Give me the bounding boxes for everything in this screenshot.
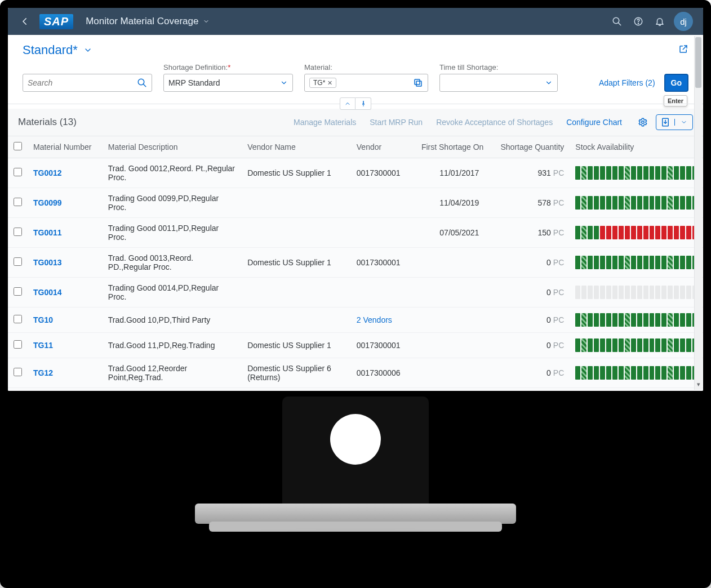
share-button[interactable]: [678, 44, 688, 56]
material-number-link[interactable]: TG0013: [33, 258, 62, 267]
table-row[interactable]: TG0013Trad. Good 0013,Reord. PD.,Regular…: [8, 248, 703, 278]
app-title-dropdown[interactable]: Monitor Material Coverage: [86, 16, 210, 27]
table-row[interactable]: TG11Trad.Good 11,PD,Reg.TradingDomestic …: [8, 333, 703, 358]
material-number-link[interactable]: TG0014: [33, 288, 62, 297]
col-vendor[interactable]: Vendor: [351, 136, 410, 158]
material-number-link[interactable]: TG10: [33, 315, 53, 324]
search-button[interactable]: [606, 11, 628, 32]
row-checkbox[interactable]: [14, 198, 22, 206]
material-number-link[interactable]: TG0012: [33, 168, 62, 177]
export-icon[interactable]: [656, 117, 674, 127]
table-row[interactable]: TG12Trad.Good 12,Reorder Point,Reg.Trad.…: [8, 358, 703, 388]
vendor-id: 0017300001: [351, 158, 410, 188]
monitor-stand-hole: [330, 414, 381, 465]
bell-icon: [655, 16, 665, 26]
stock-availability-chart: [570, 218, 703, 248]
table-title: Materials (13): [18, 117, 77, 128]
svg-point-9: [642, 121, 645, 124]
back-button[interactable]: [18, 15, 32, 28]
table-toolbar: Materials (13) Manage Materials Start MR…: [8, 109, 703, 136]
col-stock-availability[interactable]: Stock Availability: [570, 136, 703, 158]
notifications-button[interactable]: [649, 11, 670, 32]
row-checkbox[interactable]: [14, 257, 22, 266]
export-more-icon[interactable]: [674, 119, 692, 126]
collapse-filter-button[interactable]: [340, 97, 356, 110]
filter-bar: Shortage Definition:* Material: Time til…: [8, 63, 703, 99]
materials-table: Material Number Material Description Ven…: [8, 136, 703, 391]
table-row[interactable]: TG0012Trad. Good 0012,Reord. Pt.,Regular…: [8, 158, 703, 188]
first-shortage-date: [410, 388, 489, 391]
stock-availability-chart: [570, 358, 703, 388]
material-description: Trad.Good 13,Reorder Point,Thrd Party: [103, 388, 242, 391]
material-number-link[interactable]: TG11: [33, 341, 53, 350]
variant-selector[interactable]: Standard*: [23, 43, 92, 57]
monitor-stand-foot: [209, 522, 502, 532]
variant-name: Standard*: [23, 43, 78, 57]
export-segmented-button[interactable]: [656, 114, 693, 130]
help-button[interactable]: [628, 11, 649, 32]
stock-availability-chart: [570, 278, 703, 308]
table-row[interactable]: TG0014Trading Good 0014,PD,Regular Proc.…: [8, 278, 703, 308]
search-icon[interactable]: [137, 78, 147, 88]
row-checkbox[interactable]: [14, 368, 22, 376]
scroll-thumb[interactable]: [695, 37, 701, 88]
search-icon: [612, 16, 622, 26]
table-row[interactable]: TG13Trad.Good 13,Reorder Point,Thrd Part…: [8, 388, 703, 391]
row-checkbox[interactable]: [14, 228, 22, 236]
row-checkbox[interactable]: [14, 315, 22, 323]
search-input[interactable]: [23, 74, 152, 92]
pin-filter-button[interactable]: [356, 97, 371, 110]
row-checkbox[interactable]: [14, 287, 22, 296]
search-field[interactable]: [28, 78, 134, 87]
material-description: Trad. Good 0012,Reord. Pt.,Regular Proc.: [103, 158, 242, 188]
revoke-acceptance-link[interactable]: Revoke Acceptance of Shortages: [436, 118, 553, 127]
row-checkbox[interactable]: [14, 168, 22, 176]
stock-availability-chart: [570, 188, 703, 218]
col-material-description[interactable]: Material Description: [103, 136, 242, 158]
vendor-id[interactable]: 2 Vendors: [351, 308, 410, 333]
table-settings-button[interactable]: [634, 114, 651, 130]
col-shortage-qty[interactable]: Shortage Quantity: [489, 136, 570, 158]
vendor-id: [351, 278, 410, 308]
adapt-filters-link[interactable]: Adapt Filters (2): [599, 78, 655, 87]
table-row[interactable]: TG10Trad.Good 10,PD,Third Party2 Vendors…: [8, 308, 703, 333]
token-remove-icon[interactable]: ✕: [327, 79, 332, 87]
table-row[interactable]: TG0099Trading Good 0099,PD,Regular Proc.…: [8, 188, 703, 218]
shell-header: SAP Monitor Material Coverage dj: [8, 8, 703, 35]
vendor-name: [242, 218, 351, 248]
user-avatar[interactable]: dj: [674, 12, 693, 31]
material-number-link[interactable]: TG12: [33, 368, 53, 377]
value-help-icon[interactable]: [413, 78, 423, 88]
chevron-down-icon: [280, 79, 288, 87]
stock-availability-chart: [570, 388, 703, 391]
vendor-name: Domestic US Supplier 1: [242, 158, 351, 188]
row-checkbox[interactable]: [14, 340, 22, 349]
material-number-link[interactable]: TG0099: [33, 198, 62, 207]
material-multi-input[interactable]: TG* ✕: [304, 74, 428, 92]
material-token[interactable]: TG* ✕: [309, 78, 336, 88]
materials-table-scroll[interactable]: Material Number Material Description Ven…: [8, 136, 703, 391]
first-shortage-date: [410, 333, 489, 358]
page-scrollbar[interactable]: ▴ ▾: [694, 36, 702, 390]
stock-availability-chart: [570, 158, 703, 188]
scroll-down-arrow[interactable]: ▾: [695, 380, 702, 389]
stock-availability-chart: [570, 248, 703, 278]
filter-label-material: Material:: [304, 63, 428, 72]
first-shortage-date: 11/04/2019: [410, 188, 489, 218]
manage-materials-link[interactable]: Manage Materials: [294, 118, 356, 127]
select-all-checkbox[interactable]: [14, 142, 22, 150]
first-shortage-date: 11/01/2017: [410, 158, 489, 188]
table-row[interactable]: TG0011Trading Good 0011,PD,Regular Proc.…: [8, 218, 703, 248]
start-mrp-run-link[interactable]: Start MRP Run: [370, 118, 423, 127]
go-button[interactable]: Go Enter: [664, 74, 688, 92]
col-material-number[interactable]: Material Number: [28, 136, 103, 158]
shortage-definition-select[interactable]: MRP Standard: [163, 74, 293, 92]
sap-logo[interactable]: SAP: [39, 14, 73, 29]
configure-chart-link[interactable]: Configure Chart: [566, 118, 622, 127]
material-number-link[interactable]: TG0011: [33, 228, 62, 237]
col-first-shortage[interactable]: First Shortage On: [410, 136, 489, 158]
first-shortage-date: [410, 308, 489, 333]
material-description: Trad.Good 12,Reorder Point,Reg.Trad.: [103, 358, 242, 388]
time-till-shortage-select[interactable]: [439, 74, 558, 92]
col-vendor-name[interactable]: Vendor Name: [242, 136, 351, 158]
